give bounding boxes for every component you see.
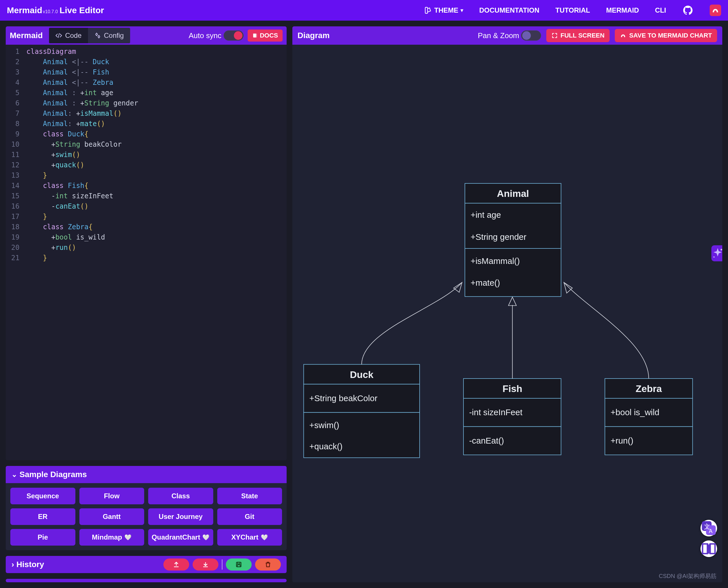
sample-sequence[interactable]: Sequence: [10, 488, 76, 504]
svg-text:+isMammal(): +isMammal(): [471, 256, 520, 266]
svg-text:+String beakColor: +String beakColor: [309, 394, 377, 403]
nav-tutorial[interactable]: TUTORIAL: [556, 6, 590, 14]
mermaid-badge-icon[interactable]: [710, 5, 721, 16]
svg-text:+run(): +run(): [610, 436, 633, 445]
sample-class[interactable]: Class: [148, 488, 213, 504]
svg-text:+mate(): +mate(): [471, 278, 500, 288]
pan-zoom-toggle[interactable]: [521, 30, 541, 41]
svg-rect-11: [465, 248, 561, 297]
chevron-right-icon: ›: [12, 560, 14, 569]
actions-strip[interactable]: [6, 579, 287, 582]
disk-icon: [235, 561, 242, 568]
sample-user-journey[interactable]: User Journey: [148, 508, 213, 525]
divider: [222, 559, 223, 570]
editor-panel: Mermaid Code Config Auto sync DOCS: [6, 26, 287, 460]
topbar: Mermaid v10.7.0 Live Editor THEME ▾ DOCU…: [0, 0, 728, 21]
sample-pie[interactable]: Pie: [10, 529, 76, 546]
sample-mindmap[interactable]: Mindmap🤍: [79, 529, 144, 546]
svg-point-2: [98, 36, 100, 38]
save-button[interactable]: [226, 559, 252, 570]
save-chart-button[interactable]: SAVE TO MERMAID CHART: [615, 29, 717, 42]
svg-text:+String gender: +String gender: [471, 232, 526, 241]
tab-code[interactable]: Code: [49, 28, 88, 43]
autosync-label: Auto sync: [189, 31, 221, 40]
logo-sub: Live Editor: [60, 5, 104, 15]
svg-text:Animal: Animal: [497, 188, 529, 199]
nav-mermaid[interactable]: MERMAID: [606, 6, 639, 14]
chevron-down-icon: ⌄: [12, 470, 17, 479]
float-docs-button[interactable]: [701, 541, 717, 557]
code-icon: [55, 32, 62, 39]
open-book-icon: [701, 541, 717, 557]
theme-dropdown[interactable]: THEME ▾: [424, 6, 463, 14]
svg-point-36: [721, 249, 722, 250]
logo[interactable]: Mermaid v10.7.0 Live Editor: [7, 5, 104, 15]
ai-sparkle-button[interactable]: [711, 245, 722, 261]
sample-grid: SequenceFlowClassStateERGanttUser Journe…: [6, 483, 287, 550]
svg-text:+int age: +int age: [471, 210, 501, 219]
svg-text:-canEat(): -canEat(): [469, 436, 504, 445]
trash-icon: [265, 561, 271, 568]
autosync-toggle[interactable]: [224, 30, 244, 41]
top-nav: THEME ▾ DOCUMENTATION TUTORIAL MERMAID C…: [424, 5, 721, 16]
editor-tabs: Code Config: [49, 28, 130, 43]
sample-flow[interactable]: Flow: [79, 488, 144, 504]
svg-text:-int sizeInFeet: -int sizeInFeet: [469, 407, 522, 417]
sample-er[interactable]: ER: [10, 508, 76, 525]
sparkle-icon: [711, 245, 722, 261]
pan-zoom: Pan & Zoom: [478, 30, 541, 41]
editor-title: Mermaid: [10, 31, 43, 40]
svg-text:+swim(): +swim(): [309, 420, 339, 430]
theme-label: THEME: [434, 6, 458, 14]
book-icon: [252, 33, 258, 38]
sample-diagrams-header[interactable]: ⌄ Sample Diagrams: [6, 466, 287, 483]
svg-text:Zebra: Zebra: [636, 383, 662, 394]
watermark: CSDN @AI架构师易筋: [659, 572, 716, 580]
download-icon: [202, 561, 209, 568]
code-area[interactable]: classDiagram Animal <|-- Duck Animal <|-…: [23, 45, 138, 460]
upload-icon: [173, 561, 180, 568]
class-zebra: Zebra +bool is_wild +run(): [605, 379, 692, 455]
class-fish: Fish -int sizeInFeet -canEat(): [463, 379, 561, 455]
sample-gantt[interactable]: Gantt: [79, 508, 144, 525]
sample-diagrams-panel: ⌄ Sample Diagrams SequenceFlowClassState…: [6, 466, 287, 550]
class-duck: Duck +String beakColor +swim() +quack(): [304, 364, 420, 458]
upload-button[interactable]: [163, 559, 189, 570]
nav-cli[interactable]: CLI: [655, 6, 666, 14]
fullscreen-button[interactable]: FULL SCREEN: [546, 29, 610, 42]
diagram-head: Diagram Pan & Zoom FULL SCREEN SAVE TO M…: [292, 26, 722, 45]
svg-rect-0: [425, 7, 428, 14]
download-button[interactable]: [193, 559, 219, 570]
docs-button[interactable]: DOCS: [248, 29, 283, 42]
sample-git[interactable]: Git: [217, 508, 282, 525]
svg-text:+bool is_wild: +bool is_wild: [610, 407, 659, 417]
swatch-icon: [424, 6, 432, 14]
heart-icon: 🤍: [261, 534, 268, 541]
svg-text:Duck: Duck: [350, 369, 373, 380]
line-gutter: 123456789101112131415161718192021: [6, 45, 23, 460]
history-header[interactable]: › History: [6, 556, 287, 573]
gear-icon: [94, 32, 101, 39]
code-editor[interactable]: 123456789101112131415161718192021 classD…: [6, 45, 287, 460]
sample-quadrantchart[interactable]: QuadrantChart🤍: [148, 529, 213, 546]
editor-head: Mermaid Code Config Auto sync DOCS: [6, 26, 287, 45]
tab-config[interactable]: Config: [88, 28, 130, 43]
nav-documentation[interactable]: DOCUMENTATION: [479, 6, 539, 14]
float-lang-button[interactable]: 文A: [701, 520, 717, 537]
delete-button[interactable]: [255, 559, 281, 570]
heart-icon: 🤍: [124, 534, 131, 541]
docs-label: DOCS: [260, 32, 278, 39]
fullscreen-label: FULL SCREEN: [561, 32, 605, 39]
svg-rect-4: [237, 562, 240, 564]
sample-xychart[interactable]: XYChart🤍: [217, 529, 282, 546]
class-diagram-svg: Animal +int age +String gender +isMammal…: [292, 45, 722, 582]
github-icon[interactable]: [682, 5, 693, 16]
diagram-title: Diagram: [297, 31, 330, 40]
sample-state[interactable]: State: [217, 488, 282, 504]
svg-marker-34: [508, 297, 517, 306]
svg-text:+quack(): +quack(): [309, 442, 342, 451]
diagram-area[interactable]: Animal +int age +String gender +isMammal…: [292, 45, 722, 582]
chevron-down-icon: ▾: [461, 7, 463, 14]
history-actions: [163, 559, 281, 570]
svg-point-37: [713, 256, 714, 258]
